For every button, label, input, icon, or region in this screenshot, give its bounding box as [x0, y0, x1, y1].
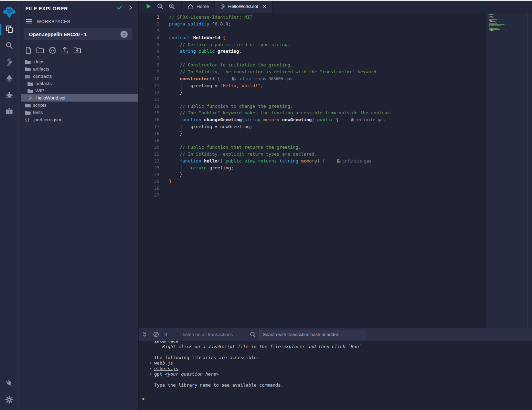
bullet: •: [149, 371, 152, 377]
tree-item-.deps[interactable]: .deps: [21, 58, 138, 65]
fuel-icon: [232, 76, 238, 81]
tree-item-label: tests: [33, 110, 43, 115]
terminal-prompt[interactable]: >: [142, 396, 532, 402]
panel-title: FILE EXPLORER: [25, 6, 116, 11]
tree-item-label: artifacts: [35, 81, 52, 86]
tree-item-label: WIP: [35, 88, 44, 93]
minimap[interactable]: [489, 14, 523, 34]
close-tab-icon[interactable]: [262, 4, 267, 9]
code-line-9: 9 // In Solidity, the constructor is def…: [139, 69, 486, 76]
activity-bar-item-file-explorer[interactable]: [0, 21, 19, 38]
listen-transactions-label: listen on all transactions: [183, 332, 233, 337]
upload-folder-icon[interactable]: [73, 47, 81, 54]
line-number: 15: [139, 110, 159, 117]
line-number: 5: [139, 42, 159, 49]
line-number: 8: [139, 62, 159, 69]
activity-bar-item-solidity-compiler[interactable]: [0, 54, 19, 71]
line-number: 11: [139, 83, 159, 90]
workspace-selected-value: OpenZeppelin ERC20 - 1: [29, 32, 120, 37]
remix-ide-window: FILE EXPLORER WORKSPACES OpenZeppelin ER…: [0, 0, 532, 410]
plugin-manager-icon: [5, 379, 13, 389]
home-icon: [187, 3, 194, 10]
activity-bar-item-plugin-manager[interactable]: [0, 376, 19, 392]
gas-estimate-annotation: infinite gas 368600 gas: [232, 76, 292, 81]
hamburger-menu-icon[interactable]: [25, 19, 32, 24]
terminal-line-6: •ethers.js: [154, 366, 532, 371]
line-number: 1: [139, 14, 159, 21]
activity-bar-item-settings[interactable]: [0, 392, 19, 409]
new-folder-icon[interactable]: [36, 47, 44, 54]
line-number: 25: [139, 179, 159, 186]
gas-estimate-annotation: infinite gas: [350, 117, 385, 122]
terminal-link[interactable]: interface: [154, 341, 178, 344]
terminal-line-2: - Right click on a JavaScript file in th…: [154, 344, 532, 349]
code-line-20: 20 // Public function that returns the g…: [139, 145, 486, 151]
tree-item-WIP[interactable]: WIP: [21, 87, 138, 94]
play-button[interactable]: [145, 3, 152, 10]
remix-logo[interactable]: [0, 0, 19, 21]
code-editor[interactable]: 1// SPDX-License-Identifier: MIT2pragma …: [139, 13, 486, 328]
folder-icon: [25, 103, 31, 108]
code-line-13: 13: [139, 97, 486, 104]
line-number: 3: [139, 28, 159, 35]
transaction-search-input[interactable]: [259, 330, 364, 339]
activity-bar-item-learneth[interactable]: [0, 104, 19, 120]
line-number: 18: [139, 131, 159, 138]
tree-item-contracts[interactable]: contracts: [21, 73, 138, 80]
tree-item-label: scripts: [33, 103, 46, 108]
editor-region: Home HelloWorld.sol 1// SPDX-License-Ide…: [139, 0, 532, 410]
zoom-in-button[interactable]: [169, 3, 175, 10]
listen-transactions-checkbox[interactable]: [175, 332, 180, 337]
bullet: •: [149, 366, 152, 371]
zoom-out-button[interactable]: [157, 3, 163, 10]
upload-file-icon[interactable]: [61, 46, 69, 54]
tree-item-tests[interactable]: tests: [21, 109, 138, 116]
code-line-12: 12 }: [139, 90, 486, 97]
code-line-22: 22 function hello() public view returns …: [139, 158, 486, 165]
code-line-16: 16 function changeGreeting(string memory…: [139, 117, 486, 124]
code-line-26: 26: [139, 186, 486, 192]
new-file-icon[interactable]: [25, 46, 32, 54]
code-line-27: 27: [139, 192, 486, 199]
workspace-sort-button[interactable]: [120, 31, 128, 38]
terminal-output[interactable]: interface - Right click on a JavaScript …: [139, 341, 532, 410]
line-number: 16: [139, 117, 159, 124]
code-line-8: 8 // Constructor to initialize the greet…: [139, 62, 486, 69]
github-clone-icon[interactable]: [49, 46, 56, 54]
activity-bar-item-deploy-and-run[interactable]: [0, 71, 19, 87]
code-line-7: 7: [139, 55, 486, 62]
tab-HelloWorld.sol[interactable]: HelloWorld.sol: [215, 0, 273, 13]
search-icon: [250, 332, 256, 338]
collapse-terminal-icon[interactable]: [142, 332, 147, 337]
chevron-right-icon[interactable]: [129, 5, 133, 12]
tree-item-scripts[interactable]: scripts: [21, 102, 138, 109]
terminal-line-5: •web3.js: [154, 360, 532, 366]
settings-icon: [5, 396, 13, 405]
code-line-17: 17 greeting = newGreeting;: [139, 124, 486, 131]
workspace-select[interactable]: OpenZeppelin ERC20 - 1: [24, 28, 132, 40]
terminal-toolbar: 0 listen on all transactions: [139, 328, 532, 341]
tree-item-HelloWorld.sol[interactable]: HelloWorld.sol: [21, 94, 138, 102]
editor-minimap-strip[interactable]: [486, 13, 532, 328]
tree-item-.prettierrc.json[interactable]: {}.prettierrc.json: [21, 116, 138, 123]
terminal-link[interactable]: ethers.js: [154, 366, 178, 371]
solidity-file-icon: [27, 95, 33, 101]
tab-label: HelloWorld.sol: [228, 4, 258, 9]
code-line-10: 10 constructor() { infinite gas 368600 g…: [139, 76, 486, 83]
code-line-18: 18 }: [139, 131, 486, 138]
tab-label: Home: [196, 4, 209, 9]
tab-Home[interactable]: Home: [181, 0, 215, 13]
activity-bar-item-search[interactable]: [0, 38, 19, 54]
learneth-icon: [5, 107, 13, 117]
tree-item-artifacts[interactable]: artifacts: [21, 80, 138, 87]
file-explorer-toolbar: [19, 40, 138, 54]
clear-console-icon[interactable]: [153, 332, 159, 337]
file-explorer-header: FILE EXPLORER: [19, 0, 138, 12]
code-line-25: 25}: [139, 179, 486, 186]
tree-item-artifacts[interactable]: artifacts: [21, 65, 138, 73]
code-line-14: 14 // Public function to change the gree…: [139, 104, 486, 111]
terminal-line-7: •gpt <your question here>: [154, 371, 532, 377]
terminal-link[interactable]: web3.js: [154, 360, 173, 366]
activity-bar-item-debugger[interactable]: [0, 87, 19, 104]
line-number: 7: [139, 55, 159, 62]
